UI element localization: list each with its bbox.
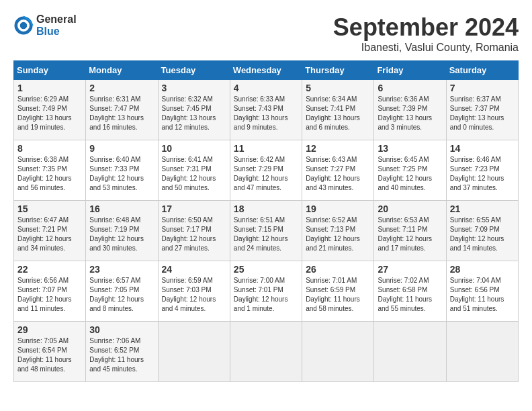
day-info: Sunrise: 7:00 AM Sunset: 7:01 PM Dayligh… (234, 276, 298, 314)
day-info: Sunrise: 6:50 AM Sunset: 7:17 PM Dayligh… (162, 216, 226, 253)
calendar-cell: 8 Sunrise: 6:38 AM Sunset: 7:35 PM Dayli… (14, 140, 86, 201)
sunset-text: Sunset: 6:56 PM (450, 285, 515, 295)
day-info: Sunrise: 6:36 AM Sunset: 7:39 PM Dayligh… (378, 95, 442, 132)
col-header-monday: Monday (86, 61, 158, 80)
calendar-week-3: 15 Sunrise: 6:47 AM Sunset: 7:21 PM Dayl… (14, 201, 519, 261)
day-number: 14 (450, 143, 515, 154)
sunrise-text: Sunrise: 6:51 AM (234, 216, 298, 225)
sunset-text: Sunset: 7:17 PM (162, 225, 226, 234)
sunrise-text: Sunrise: 7:05 AM (17, 336, 82, 346)
calendar-cell: 5 Sunrise: 6:34 AM Sunset: 7:41 PM Dayli… (302, 80, 374, 140)
sunrise-text: Sunrise: 6:43 AM (306, 155, 370, 165)
sunset-text: Sunset: 7:33 PM (89, 165, 154, 174)
logo-blue: Blue (36, 26, 77, 38)
calendar-cell: 29 Sunrise: 7:05 AM Sunset: 6:54 PM Dayl… (14, 322, 86, 382)
day-number: 17 (162, 203, 226, 214)
day-number: 10 (162, 143, 226, 154)
day-number: 18 (234, 203, 298, 214)
day-number: 22 (17, 264, 82, 275)
calendar-cell: 30 Sunrise: 7:06 AM Sunset: 6:52 PM Dayl… (86, 322, 158, 382)
sunset-text: Sunset: 6:59 PM (306, 285, 370, 295)
sunset-text: Sunset: 7:35 PM (17, 165, 82, 174)
day-number: 12 (306, 143, 370, 154)
page-header: General Blue September 2024 Ibanesti, Va… (13, 13, 519, 54)
daylight-text: Daylight: 11 hours and 45 minutes. (89, 355, 154, 374)
daylight-text: Daylight: 12 hours and 53 minutes. (89, 174, 154, 193)
day-info: Sunrise: 7:06 AM Sunset: 6:52 PM Dayligh… (89, 336, 154, 374)
daylight-text: Daylight: 12 hours and 24 minutes. (234, 234, 298, 253)
sunrise-text: Sunrise: 6:47 AM (17, 216, 82, 225)
calendar-cell: 7 Sunrise: 6:37 AM Sunset: 7:37 PM Dayli… (446, 80, 518, 140)
sunrise-text: Sunrise: 7:02 AM (378, 276, 442, 285)
calendar-cell: 2 Sunrise: 6:31 AM Sunset: 7:47 PM Dayli… (86, 80, 158, 140)
day-info: Sunrise: 6:41 AM Sunset: 7:31 PM Dayligh… (162, 155, 226, 193)
sunrise-text: Sunrise: 7:01 AM (306, 276, 370, 285)
calendar-cell: 4 Sunrise: 6:33 AM Sunset: 7:43 PM Dayli… (230, 80, 302, 140)
col-header-friday: Friday (374, 61, 446, 80)
day-number: 9 (89, 143, 154, 154)
day-info: Sunrise: 6:46 AM Sunset: 7:23 PM Dayligh… (450, 155, 515, 193)
day-info: Sunrise: 6:59 AM Sunset: 7:03 PM Dayligh… (162, 276, 226, 314)
daylight-text: Daylight: 12 hours and 14 minutes. (450, 234, 515, 253)
calendar-cell (302, 322, 374, 382)
sunset-text: Sunset: 7:21 PM (17, 225, 82, 234)
daylight-text: Daylight: 13 hours and 3 minutes. (378, 113, 442, 132)
sunset-text: Sunset: 7:03 PM (162, 285, 226, 295)
day-number: 24 (162, 264, 226, 275)
day-info: Sunrise: 6:56 AM Sunset: 7:07 PM Dayligh… (17, 276, 82, 314)
daylight-text: Daylight: 12 hours and 11 minutes. (17, 295, 82, 314)
daylight-text: Daylight: 13 hours and 19 minutes. (17, 113, 82, 132)
sunrise-text: Sunrise: 6:52 AM (306, 216, 370, 225)
sunset-text: Sunset: 7:07 PM (17, 285, 82, 295)
day-info: Sunrise: 6:45 AM Sunset: 7:25 PM Dayligh… (378, 155, 442, 193)
sunset-text: Sunset: 7:19 PM (89, 225, 154, 234)
day-number: 28 (450, 264, 515, 275)
logo-text: General Blue (36, 13, 77, 37)
calendar-cell (158, 322, 230, 382)
day-info: Sunrise: 6:43 AM Sunset: 7:27 PM Dayligh… (306, 155, 370, 193)
logo-icon (13, 15, 34, 36)
calendar-cell: 27 Sunrise: 7:02 AM Sunset: 6:58 PM Dayl… (374, 261, 446, 322)
sunrise-text: Sunrise: 6:50 AM (162, 216, 226, 225)
sunset-text: Sunset: 6:52 PM (89, 346, 154, 355)
calendar-cell: 20 Sunrise: 6:53 AM Sunset: 7:11 PM Dayl… (374, 201, 446, 261)
calendar-cell: 26 Sunrise: 7:01 AM Sunset: 6:59 PM Dayl… (302, 261, 374, 322)
sunset-text: Sunset: 7:43 PM (234, 104, 298, 113)
calendar-cell: 22 Sunrise: 6:56 AM Sunset: 7:07 PM Dayl… (14, 261, 86, 322)
day-number: 15 (17, 203, 82, 214)
day-number: 23 (89, 264, 154, 275)
sunrise-text: Sunrise: 6:40 AM (89, 155, 154, 165)
sunrise-text: Sunrise: 6:48 AM (89, 216, 154, 225)
day-number: 1 (17, 83, 82, 93)
calendar-cell: 13 Sunrise: 6:45 AM Sunset: 7:25 PM Dayl… (374, 140, 446, 201)
day-info: Sunrise: 6:42 AM Sunset: 7:29 PM Dayligh… (234, 155, 298, 193)
sunrise-text: Sunrise: 6:55 AM (450, 216, 515, 225)
sunset-text: Sunset: 7:01 PM (234, 285, 298, 295)
daylight-text: Daylight: 12 hours and 1 minute. (234, 295, 298, 314)
day-info: Sunrise: 6:55 AM Sunset: 7:09 PM Dayligh… (450, 216, 515, 253)
daylight-text: Daylight: 12 hours and 8 minutes. (89, 295, 154, 314)
sunrise-text: Sunrise: 7:04 AM (450, 276, 515, 285)
sunset-text: Sunset: 7:29 PM (234, 165, 298, 174)
day-info: Sunrise: 7:01 AM Sunset: 6:59 PM Dayligh… (306, 276, 370, 314)
day-number: 20 (378, 203, 442, 214)
daylight-text: Daylight: 12 hours and 40 minutes. (378, 174, 442, 193)
calendar-cell (446, 322, 518, 382)
sunrise-text: Sunrise: 6:59 AM (162, 276, 226, 285)
col-header-sunday: Sunday (14, 61, 86, 80)
daylight-text: Daylight: 12 hours and 27 minutes. (162, 234, 226, 253)
day-info: Sunrise: 6:33 AM Sunset: 7:43 PM Dayligh… (234, 95, 298, 132)
daylight-text: Daylight: 11 hours and 58 minutes. (306, 295, 370, 314)
day-number: 2 (89, 83, 154, 93)
col-header-wednesday: Wednesday (230, 61, 302, 80)
day-info: Sunrise: 6:51 AM Sunset: 7:15 PM Dayligh… (234, 216, 298, 253)
day-number: 5 (306, 83, 370, 93)
daylight-text: Daylight: 12 hours and 50 minutes. (162, 174, 226, 193)
daylight-text: Daylight: 11 hours and 51 minutes. (450, 295, 515, 314)
sunset-text: Sunset: 7:09 PM (450, 225, 515, 234)
daylight-text: Daylight: 13 hours and 9 minutes. (234, 113, 298, 132)
day-info: Sunrise: 6:57 AM Sunset: 7:05 PM Dayligh… (89, 276, 154, 314)
day-number: 11 (234, 143, 298, 154)
daylight-text: Daylight: 12 hours and 21 minutes. (306, 234, 370, 253)
daylight-text: Daylight: 13 hours and 0 minutes. (450, 113, 515, 132)
